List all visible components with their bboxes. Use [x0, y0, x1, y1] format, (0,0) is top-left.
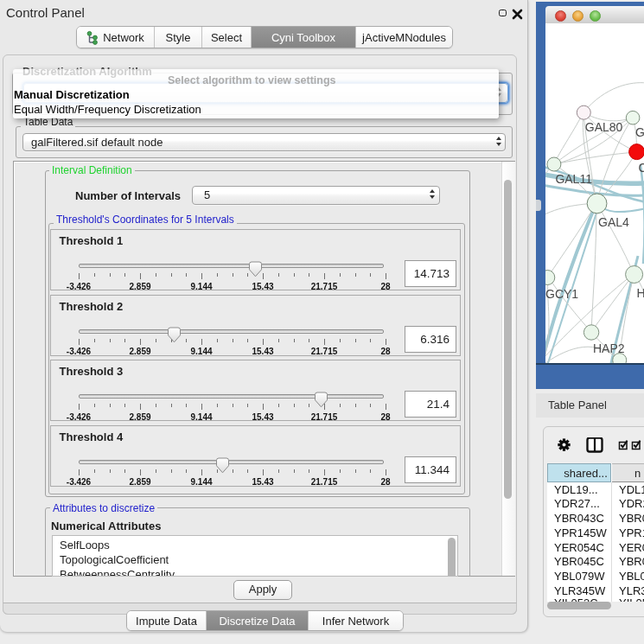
svg-text:C: C: [639, 161, 644, 175]
svg-text:GAL11: GAL11: [555, 172, 592, 186]
svg-text:GA: GA: [635, 125, 644, 139]
svg-text:HAP2: HAP2: [593, 341, 625, 355]
svg-text:GAL4: GAL4: [598, 215, 629, 229]
svg-text:GAL80: GAL80: [585, 120, 623, 134]
svg-text:H: H: [637, 286, 644, 300]
svg-text:GCY1: GCY1: [545, 287, 578, 301]
